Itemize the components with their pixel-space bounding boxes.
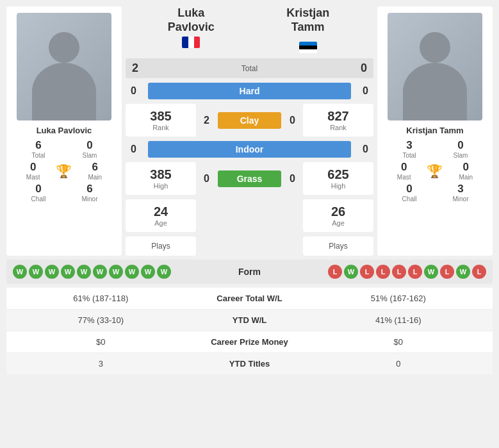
right-stats-row1: 3 Total 0 Slam bbox=[384, 139, 486, 159]
left-minor-lbl: Minor bbox=[72, 195, 108, 203]
right-total-lbl: Total bbox=[392, 152, 427, 159]
clay-score-right: 0 bbox=[284, 115, 300, 126]
flag-blue bbox=[182, 37, 188, 48]
clay-score-left: 2 bbox=[199, 115, 215, 126]
french-flag-icon bbox=[182, 37, 200, 48]
stats-row: 77% (33-10) YTD W/L 41% (11-16) bbox=[6, 310, 493, 331]
stat-center-label: Career Total W/L bbox=[186, 294, 314, 303]
left-header-name-line1: Luka bbox=[140, 6, 242, 21]
form-badges-left: WWWWWWWWWW bbox=[13, 265, 218, 279]
hard-score-right: 0 bbox=[357, 85, 373, 97]
left-plays-lbl: Plays bbox=[132, 242, 190, 251]
hard-score-left: 0 bbox=[126, 85, 142, 97]
form-badge-right: W bbox=[344, 265, 358, 279]
right-rank-val: 827 bbox=[309, 109, 367, 124]
left-mast-val: 0 bbox=[15, 161, 51, 174]
indoor-score-left: 0 bbox=[126, 144, 142, 155]
right-name-center-block: Kristjan Tamm bbox=[257, 6, 359, 53]
stats-row: 3 YTD Titles 0 bbox=[6, 353, 493, 374]
form-badge-right: L bbox=[376, 265, 390, 279]
right-avatar-body bbox=[403, 63, 467, 120]
right-name-spacer2 bbox=[359, 6, 373, 53]
stat-left-val: 61% (187-118) bbox=[16, 294, 186, 303]
form-badge-left: W bbox=[125, 265, 139, 279]
right-player-avatar bbox=[388, 13, 482, 120]
form-badge-left: W bbox=[141, 265, 155, 279]
left-rank-card: 385 Rank bbox=[126, 104, 196, 137]
right-age-lbl: Age bbox=[309, 219, 367, 227]
total-score-row: 2 Total 0 bbox=[126, 58, 373, 78]
form-badge-right: L bbox=[392, 265, 406, 279]
form-badge-right: L bbox=[408, 265, 422, 279]
right-age-val: 26 bbox=[309, 204, 367, 219]
grass-surface-btn[interactable]: Grass bbox=[218, 170, 281, 187]
total-score-left: 2 bbox=[132, 62, 138, 75]
right-minor-lbl: Minor bbox=[443, 195, 479, 203]
right-chall-lbl: Chall bbox=[392, 195, 427, 203]
right-rank-lbl: Rank bbox=[309, 124, 367, 131]
form-section: WWWWWWWWWW Form LWLLLLWLWL bbox=[6, 260, 493, 284]
right-chall-stat: 0 Chall bbox=[392, 183, 427, 203]
form-badge-right: W bbox=[456, 265, 470, 279]
clay-score-row: 2 Clay 0 bbox=[199, 112, 300, 129]
age-center-spacer bbox=[199, 199, 300, 232]
right-plays-lbl: Plays bbox=[309, 242, 367, 251]
right-flag bbox=[257, 37, 359, 53]
left-main-lbl: Main bbox=[78, 174, 113, 181]
grass-score-right: 0 bbox=[284, 173, 300, 185]
indoor-score-row: 0 Indoor 0 bbox=[126, 141, 373, 158]
stats-row: $0 Career Prize Money $0 bbox=[6, 331, 493, 353]
right-minor-val: 3 bbox=[443, 183, 479, 195]
form-badge-left: W bbox=[13, 265, 27, 279]
left-mast-lbl: Mast bbox=[15, 174, 51, 181]
plays-center-spacer bbox=[199, 236, 300, 256]
left-chall-lbl: Chall bbox=[21, 195, 56, 203]
stat-right-val: 41% (11-16) bbox=[314, 315, 484, 325]
hard-score-row: 0 Hard 0 bbox=[126, 83, 373, 99]
right-main-val: 0 bbox=[448, 161, 484, 174]
grass-score-left: 0 bbox=[199, 173, 215, 185]
stat-right-val: 51% (167-162) bbox=[314, 294, 484, 303]
form-badge-right: W bbox=[424, 265, 438, 279]
total-score-right: 0 bbox=[361, 62, 367, 75]
right-main-lbl: Main bbox=[448, 174, 484, 181]
clay-surface-btn[interactable]: Clay bbox=[218, 112, 281, 129]
left-avatar-head bbox=[49, 32, 79, 63]
hard-surface-btn[interactable]: Hard bbox=[148, 83, 351, 99]
form-badge-right: L bbox=[440, 265, 454, 279]
left-player-card: Luka Pavlovic 6 Total 0 Slam 0 Mast bbox=[6, 6, 122, 256]
left-high-val: 385 bbox=[132, 167, 190, 182]
left-flag bbox=[140, 37, 242, 51]
indoor-surface-btn[interactable]: Indoor bbox=[148, 141, 351, 158]
right-age-card: 26 Age bbox=[303, 199, 373, 232]
estonian-flag-icon bbox=[299, 42, 317, 53]
trophy-icon-right: 🏆 bbox=[427, 165, 443, 178]
left-high-card: 385 High bbox=[126, 162, 196, 195]
rank-clay-row: 385 Rank 2 Clay 0 827 Rank bbox=[126, 104, 373, 137]
right-rank-card: 827 Rank bbox=[303, 104, 373, 137]
left-stats-row1: 6 Total 0 Slam bbox=[13, 139, 115, 159]
right-mast-stat: 0 Mast bbox=[386, 161, 421, 181]
right-slam-val: 0 bbox=[443, 139, 479, 152]
right-high-lbl: High bbox=[309, 182, 367, 190]
flag-red bbox=[194, 37, 200, 48]
form-badge-left: W bbox=[93, 265, 107, 279]
left-stats-row3: 0 Chall 6 Minor bbox=[13, 183, 115, 203]
right-minor-stat: 3 Minor bbox=[443, 183, 479, 203]
left-name-center-block: Luka Pavlovic bbox=[140, 6, 242, 53]
left-age-val: 24 bbox=[132, 204, 190, 219]
form-badge-right: L bbox=[360, 265, 374, 279]
stat-center-label: YTD W/L bbox=[186, 315, 314, 325]
left-total-val: 6 bbox=[21, 139, 56, 152]
right-plays-card: Plays bbox=[303, 236, 373, 256]
age-row: 24 Age 26 Age bbox=[126, 199, 373, 232]
left-total-stat: 6 Total bbox=[21, 139, 56, 159]
plays-row: Plays Plays bbox=[126, 236, 373, 256]
stat-left-val: 3 bbox=[16, 359, 186, 369]
left-slam-lbl: Slam bbox=[72, 152, 108, 159]
stats-table: 61% (187-118) Career Total W/L 51% (167-… bbox=[6, 288, 493, 374]
left-chall-val: 0 bbox=[21, 183, 56, 195]
stat-left-val: 77% (33-10) bbox=[16, 315, 186, 325]
left-rank-val: 385 bbox=[132, 109, 190, 124]
right-player-card: Kristjan Tamm 3 Total 0 Slam 0 Mast bbox=[377, 6, 493, 256]
